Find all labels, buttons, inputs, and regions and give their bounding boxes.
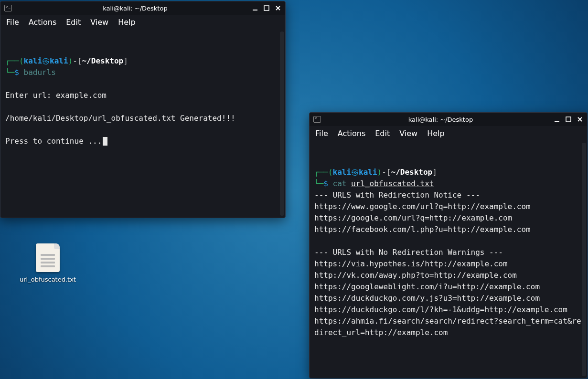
menu-actions[interactable]: Actions: [338, 129, 365, 138]
svg-rect-5: [566, 117, 571, 122]
terminal-output[interactable]: ┌──(kali㉿kali)-[~/Desktop] └─$ cat url_o…: [310, 141, 587, 378]
svg-rect-1: [264, 6, 269, 11]
minimize-button[interactable]: [252, 5, 258, 11]
menu-edit[interactable]: Edit: [66, 18, 81, 27]
desktop-file-label: url_obfuscated.txt: [19, 276, 76, 283]
menu-file[interactable]: File: [6, 18, 19, 27]
maximize-button[interactable]: [565, 116, 572, 123]
output-line: https://duckduckgo.com/y.js?u3=http://ex…: [314, 294, 540, 303]
scrollbar[interactable]: [582, 143, 586, 376]
output-line: Enter url: example.com: [5, 91, 107, 100]
minimize-button[interactable]: [554, 116, 560, 123]
menu-view[interactable]: View: [90, 18, 108, 27]
output-line: https://duckduckgo.com/l/?kh=-1&uddg=htt…: [314, 305, 567, 314]
svg-rect-4: [555, 121, 559, 122]
window-title: kali@kali: ~/Desktop: [19, 5, 252, 12]
output-line: https://google.com/url?q=http://example.…: [314, 213, 512, 222]
menu-actions[interactable]: Actions: [29, 18, 56, 27]
menu-edit[interactable]: Edit: [375, 129, 390, 138]
scrollbar[interactable]: [280, 32, 284, 216]
output-line: http://vk.com/away.php?to=http://example…: [314, 271, 517, 280]
output-line: https://googleweblight.com/i?u=http://ex…: [314, 282, 540, 291]
close-button[interactable]: [577, 116, 583, 123]
output-line: --- URLS with Redirection Notice ---: [314, 190, 480, 200]
output-line: Press to continue ...: [5, 137, 102, 146]
menu-help[interactable]: Help: [118, 18, 135, 27]
terminal-icon: [313, 116, 321, 123]
terminal-output[interactable]: ┌──(kali㉿kali)-[~/Desktop] └─$ badurls E…: [0, 30, 285, 218]
menu-view[interactable]: View: [399, 129, 417, 138]
file-icon: [36, 243, 60, 272]
cursor: [103, 137, 107, 146]
menu-file[interactable]: File: [315, 129, 328, 138]
terminal-window-2[interactable]: kali@kali: ~/Desktop File Actions Edit V…: [309, 112, 588, 379]
output-line: /home/kali/Desktop/url_obfuscated.txt Ge…: [5, 114, 235, 123]
output-line: https://via.hypothes.is/http://example.c…: [314, 259, 508, 268]
menubar: File Actions Edit View Help: [310, 126, 587, 141]
desktop-file-icon[interactable]: url_obfuscated.txt: [19, 243, 76, 283]
window-title: kali@kali: ~/Desktop: [328, 116, 554, 123]
output-line: https://www.google.com/url?q=http://exam…: [314, 202, 531, 211]
titlebar[interactable]: kali@kali: ~/Desktop: [0, 1, 285, 15]
output-line: https://facebook.com/l.php?u=http://exam…: [314, 225, 531, 234]
close-button[interactable]: [275, 5, 281, 11]
terminal-window-1[interactable]: kali@kali: ~/Desktop File Actions Edit V…: [0, 1, 286, 218]
titlebar[interactable]: kali@kali: ~/Desktop: [310, 113, 587, 126]
terminal-icon: [4, 5, 12, 11]
svg-rect-0: [253, 10, 257, 11]
output-line: https://ahmia.fi/search/search/redirect?…: [314, 316, 581, 337]
menu-help[interactable]: Help: [427, 129, 444, 138]
output-line: --- URLS with No Redirection Warnings --…: [314, 248, 503, 257]
maximize-button[interactable]: [263, 5, 270, 11]
menubar: File Actions Edit View Help: [0, 15, 285, 30]
